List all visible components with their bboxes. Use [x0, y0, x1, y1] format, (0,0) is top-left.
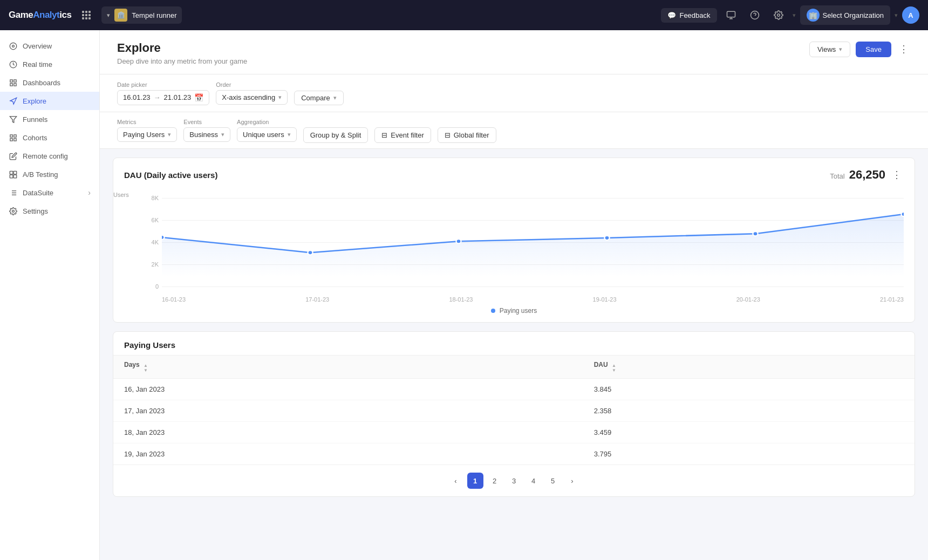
chart-legend: Paying users [113, 304, 915, 322]
page-4-button[interactable]: 4 [526, 473, 542, 489]
chevron-down-icon: ▾ [221, 131, 224, 138]
col-dau[interactable]: DAU ▲ ▼ [583, 356, 915, 379]
x-label-1901: 19-01-23 [593, 296, 617, 303]
page-header-actions: Views ▾ Save ⋮ [809, 41, 911, 57]
events-selector[interactable]: Business ▾ [183, 127, 230, 142]
dashboards-icon [9, 78, 17, 87]
svg-rect-3 [82, 14, 84, 16]
page-subtitle: Deep dive into any metric from your game [117, 57, 247, 65]
avatar[interactable]: A [902, 6, 919, 24]
dau-chart-section: DAU (Daily active users) Total 26,250 ⋮ … [113, 158, 915, 323]
svg-point-36 [12, 210, 14, 212]
chart-more-button[interactable]: ⋮ [890, 167, 904, 183]
global-filter-label: Global filter [454, 131, 489, 139]
compare-label: Compare [301, 94, 330, 102]
metrics-label: Metrics [117, 119, 177, 125]
svg-point-12 [777, 14, 780, 17]
table-row: 16, Jan 2023 3.845 [113, 379, 915, 400]
metrics-value: Paying Users [123, 131, 165, 139]
overview-icon [9, 42, 17, 50]
sidebar-item-ab-testing[interactable]: A/B Testing [0, 165, 99, 183]
chevron-down-icon: ▾ [168, 131, 171, 138]
data-table: Days ▲ ▼ DAU ▲ ▼ [113, 355, 915, 465]
sidebar-item-label: Cohorts [23, 134, 91, 142]
col-days[interactable]: Days ▲ ▼ [113, 356, 583, 379]
cell-dau: 3.845 [583, 379, 915, 400]
svg-rect-16 [10, 79, 12, 81]
app-logo: GameAnalytics [9, 10, 71, 21]
svg-rect-19 [10, 83, 12, 85]
date-to: 21.01.23 [164, 93, 192, 101]
prev-page-button[interactable]: ‹ [448, 473, 464, 489]
sidebar-item-datasuite[interactable]: DataSuite [0, 183, 99, 202]
game-selector[interactable]: ▾ 🏛️ Tempel runner [101, 6, 182, 24]
sidebar-item-remote-config[interactable]: Remote config [0, 147, 99, 165]
svg-rect-6 [82, 17, 84, 19]
page-header: Explore Deep dive into any metric from y… [100, 30, 928, 74]
date-picker[interactable]: 16.01.23 → 21.01.23 📅 [117, 90, 209, 105]
page-1-button[interactable]: 1 [467, 473, 483, 489]
feedback-button[interactable]: 💬 Feedback [661, 8, 717, 23]
cell-dau: 2.358 [583, 400, 915, 422]
next-page-button[interactable]: › [564, 473, 581, 489]
org-selector[interactable]: 🏢 Select Organization [800, 5, 890, 25]
more-options-button[interactable]: ⋮ [897, 41, 911, 57]
sidebar-item-settings[interactable]: Settings [0, 202, 99, 220]
monitor-icon-button[interactable] [721, 5, 741, 25]
sidebar-item-dashboards[interactable]: Dashboards [0, 73, 99, 92]
sidebar-item-label: Settings [23, 207, 91, 215]
group-split-button[interactable]: Group by & Split [303, 127, 369, 143]
metrics-selector[interactable]: Paying Users ▾ [117, 127, 177, 142]
svg-rect-5 [88, 14, 91, 16]
page-5-button[interactable]: 5 [545, 473, 561, 489]
page-3-button[interactable]: 3 [506, 473, 522, 489]
svg-rect-18 [13, 83, 16, 85]
org-icon: 🏢 [807, 9, 820, 22]
aggregation-selector[interactable]: Unique users ▾ [237, 127, 297, 142]
cell-date: 19, Jan 2023 [113, 443, 583, 465]
sidebar-item-explore[interactable]: Explore [0, 92, 99, 110]
views-button[interactable]: Views ▾ [809, 42, 850, 57]
chart-total: Total 26,250 [830, 168, 885, 182]
main-content: Explore Deep dive into any metric from y… [100, 30, 928, 560]
feedback-label: Feedback [679, 11, 710, 19]
sidebar-item-overview[interactable]: Overview [0, 37, 99, 55]
sort-icons: ▲ ▼ [144, 364, 148, 373]
help-icon-button[interactable] [745, 5, 765, 25]
chart-total-label: Total [830, 172, 844, 180]
aggregation-value: Unique users [243, 131, 284, 139]
sidebar-item-funnels[interactable]: Funnels [0, 110, 99, 128]
sidebar-item-cohorts[interactable]: Cohorts [0, 128, 99, 147]
chart-total-value: 26,250 [849, 168, 885, 182]
filters-bar: Date picker 16.01.23 → 21.01.23 📅 Order … [100, 74, 928, 112]
date-from: 16.01.23 [123, 93, 151, 101]
chevron-down-icon: ▾ [839, 46, 842, 53]
svg-rect-27 [13, 171, 17, 174]
table-title: Paying Users [124, 340, 175, 350]
order-selector[interactable]: X-axis ascending ▾ [216, 90, 288, 105]
pagination: ‹ 1 2 3 4 5 › [113, 465, 915, 496]
global-filter-button[interactable]: ⊟ Global filter [438, 127, 496, 143]
svg-rect-4 [85, 14, 87, 16]
settings-icon-button[interactable] [769, 5, 788, 25]
svg-rect-1 [85, 11, 87, 13]
game-icon: 🏛️ [114, 9, 127, 22]
settings-icon [9, 207, 17, 215]
page-2-button[interactable]: 2 [487, 473, 503, 489]
order-filter-group: Order X-axis ascending ▾ [216, 81, 288, 105]
cell-dau: 3.795 [583, 443, 915, 465]
svg-rect-24 [13, 138, 16, 140]
svg-point-37 [162, 235, 165, 240]
aggregation-field-group: Aggregation Unique users ▾ [237, 119, 297, 142]
compare-button[interactable]: Compare ▾ [294, 91, 343, 105]
event-filter-button[interactable]: ⊟ Event filter [374, 127, 431, 143]
svg-rect-8 [88, 17, 91, 19]
save-button[interactable]: Save [856, 42, 891, 57]
topnav: GameAnalytics ▾ 🏛️ Tempel runner 💬 Feedb… [0, 0, 928, 30]
chevron-down-icon: ▾ [333, 94, 337, 101]
svg-point-13 [10, 43, 17, 50]
grid-icon[interactable] [78, 6, 95, 24]
cell-dau: 3.459 [583, 422, 915, 443]
sidebar-item-realtime[interactable]: Real time [0, 55, 99, 73]
sidebar-item-label: Funnels [23, 115, 91, 124]
